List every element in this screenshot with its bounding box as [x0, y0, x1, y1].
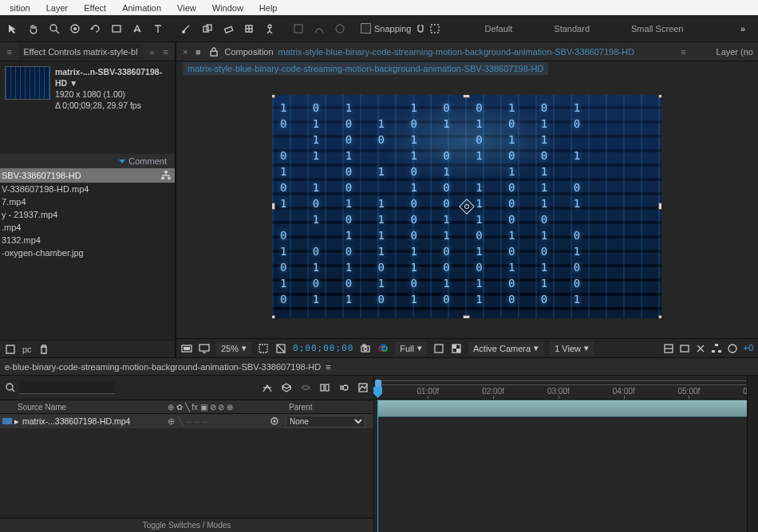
resize-handle[interactable] [463, 95, 470, 98]
timeline-comp-tab[interactable]: e-blue-binary-code-streaming-motion-back… [5, 362, 321, 372]
menu-window[interactable]: Window [204, 2, 251, 14]
project-item[interactable]: 7.mp4 [0, 195, 175, 208]
timeline-track-area[interactable]: 01:00f 02:00f 03:00f 04:00f 05:00f 06:00… [374, 376, 758, 532]
panel-options-icon[interactable]: ≡ [161, 47, 170, 57]
rect-tool-icon[interactable] [107, 19, 126, 38]
clone-tool-icon[interactable] [198, 19, 217, 38]
viewer-menu-icon[interactable]: ■ [192, 47, 203, 57]
resize-handle[interactable] [658, 203, 661, 210]
zoom-tool-icon[interactable] [45, 19, 64, 38]
views-dropdown[interactable]: 1 View▾ [550, 341, 594, 355]
monitor-icon[interactable] [199, 343, 210, 354]
type-tool-icon[interactable] [148, 19, 168, 38]
work-area-bar[interactable] [377, 380, 753, 385]
interpret-footage-icon[interactable] [5, 344, 16, 355]
comp-mini-flowchart-icon[interactable] [262, 382, 273, 393]
menu-animation[interactable]: Animation [114, 2, 169, 14]
rotate-tool-icon[interactable] [86, 19, 105, 38]
twirl-icon[interactable]: ▸ [14, 416, 19, 426]
timeline-layer-row[interactable]: ▸matrix-...338607198-HD.mp4 ⊕╲––– None [0, 414, 373, 428]
breadcrumb-item[interactable]: matrix-style-blue-binary-code-streaming-… [183, 62, 548, 75]
flowchart-icon[interactable] [160, 170, 172, 181]
toggle-switches-modes[interactable]: Toggle Switches / Modes [143, 521, 231, 530]
menu-effect[interactable]: Effect [76, 2, 114, 14]
layer-switches[interactable]: ⊕╲––– [168, 416, 263, 426]
parent-pickwhip-icon[interactable] [269, 416, 280, 427]
viewer-options-icon[interactable]: ≡ [678, 47, 689, 57]
pixel-aspect-icon[interactable] [663, 343, 674, 354]
mask-toggle-icon[interactable] [275, 343, 286, 354]
exposure-value[interactable]: +0 [743, 343, 753, 354]
panel-menu-icon[interactable]: ≡ [5, 47, 14, 57]
menu-view[interactable]: View [169, 2, 204, 14]
checkbox-icon[interactable] [361, 23, 371, 33]
exposure-reset-icon[interactable] [727, 343, 738, 354]
project-item[interactable]: -oxygen-chamber.jpg [0, 246, 175, 259]
current-timecode[interactable]: 0;00;00;00 [293, 343, 353, 353]
comp-frame[interactable]: 1 0 1 1 0 0 1 0 1 0 1 0 1 0 1 1 0 1 0 1 … [272, 95, 661, 318]
zoom-dropdown[interactable]: 25%▾ [216, 341, 251, 355]
project-item[interactable]: V-338607198-HD.mp4 [0, 183, 175, 195]
project-item[interactable]: y - 21937.mp4 [0, 208, 175, 221]
project-item-selected[interactable]: SBV-338607198-HD [0, 168, 175, 183]
workspace-standard[interactable]: Standard [549, 21, 594, 37]
frame-blend-icon[interactable] [319, 382, 330, 393]
resize-handle[interactable] [272, 203, 275, 210]
current-time-indicator[interactable] [377, 400, 378, 532]
resize-handle[interactable] [272, 315, 275, 318]
hide-shy-icon[interactable] [300, 382, 311, 393]
motion-blur-icon[interactable] [338, 382, 349, 393]
panel-overflow-icon[interactable]: » [148, 47, 156, 57]
snapshot-icon[interactable] [360, 343, 371, 354]
resize-handle[interactable] [272, 95, 275, 98]
lock-icon[interactable] [208, 46, 219, 57]
hand-tool-icon[interactable] [24, 19, 43, 38]
resize-handle[interactable] [658, 315, 661, 318]
resolution-dropdown[interactable]: Full▾ [395, 341, 427, 355]
workspace-default[interactable]: Default [480, 21, 518, 37]
toolbar-overflow-icon[interactable]: » [740, 24, 755, 33]
flowchart-view-icon[interactable] [711, 343, 722, 354]
orbit-tool-icon[interactable] [65, 19, 85, 38]
selection-tool-icon[interactable] [3, 19, 22, 38]
menu-layer[interactable]: Layer [38, 2, 77, 14]
resize-handle[interactable] [463, 315, 470, 318]
timeline-search-input[interactable] [19, 381, 115, 394]
timeline-columns-header[interactable]: Source Name ⊕ ✿ ╲ fx ▣ ⊘ ⊘ ⊕ Parent [0, 400, 373, 414]
draft3d-icon[interactable] [281, 382, 292, 393]
effect-controls-tab[interactable]: Effect Controls matrix-style-bl [18, 44, 142, 60]
fast-previews-icon[interactable] [679, 343, 690, 354]
menu-help[interactable]: Help [251, 2, 286, 14]
composition-name[interactable]: matrix-style-blue-binary-code-streaming-… [278, 47, 673, 57]
roto-tool-icon[interactable] [239, 19, 259, 38]
vertical-scrollbar[interactable] [747, 376, 758, 532]
grid-guides-icon[interactable] [258, 343, 269, 354]
bpc-button[interactable]: pc [22, 345, 32, 354]
viewer-stage[interactable]: 1 0 1 1 0 0 1 0 1 0 1 0 1 0 1 1 0 1 0 1 … [176, 76, 758, 338]
layer-duration-bar[interactable] [377, 400, 758, 417]
project-item-thumb[interactable] [5, 66, 50, 100]
snapping-toggle[interactable]: Snapping [361, 23, 440, 34]
layer-name[interactable]: matrix-...338607198-HD.mp4 [22, 416, 130, 426]
camera-dropdown[interactable]: Active Camera▾ [468, 341, 543, 355]
timeline-search[interactable] [5, 381, 115, 394]
col-source-name[interactable]: Source Name [16, 403, 168, 412]
trash-icon[interactable] [38, 344, 49, 355]
snap-bounds-icon[interactable] [429, 23, 440, 34]
graph-editor-icon[interactable] [357, 382, 369, 393]
timeline-tracks[interactable] [374, 400, 758, 532]
transparency-grid-icon[interactable] [451, 343, 462, 354]
brush-tool-icon[interactable] [177, 19, 196, 38]
project-item[interactable]: .mp4 [0, 221, 175, 234]
column-comment[interactable]: Comment [128, 156, 167, 166]
project-file-list[interactable]: SBV-338607198-HD V-338607198-HD.mp4 7.mp… [0, 168, 175, 340]
timeline-tab-options-icon[interactable]: ≡ [326, 362, 330, 372]
always-preview-icon[interactable] [181, 343, 192, 354]
menu-composition[interactable]: sition [2, 2, 38, 14]
parent-dropdown[interactable]: None [286, 416, 365, 428]
channel-icon[interactable] [377, 343, 389, 354]
col-parent[interactable]: Parent [286, 403, 373, 412]
timeline-link-icon[interactable] [695, 343, 706, 354]
project-item-name[interactable]: matrix-...n-SBV-338607198-HD ▼ [55, 66, 170, 89]
roi-icon[interactable] [433, 343, 444, 354]
